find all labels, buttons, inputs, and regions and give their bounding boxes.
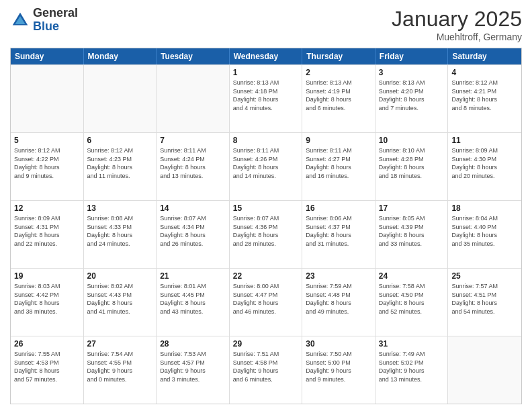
day-cell-15: 15Sunrise: 8:07 AM Sunset: 4:36 PM Dayli… [230, 201, 303, 268]
day-number: 18 [451, 203, 518, 213]
day-cell-17: 17Sunrise: 8:05 AM Sunset: 4:39 PM Dayli… [375, 201, 449, 268]
day-cell-20: 20Sunrise: 8:02 AM Sunset: 4:43 PM Dayli… [84, 269, 157, 336]
day-cell-1: 1Sunrise: 8:13 AM Sunset: 4:18 PM Daylig… [230, 65, 303, 132]
day-cell-5: 5Sunrise: 8:12 AM Sunset: 4:22 PM Daylig… [11, 133, 84, 200]
day-number: 5 [14, 136, 80, 145]
day-cell-9: 9Sunrise: 8:11 AM Sunset: 4:27 PM Daylig… [302, 133, 375, 200]
logo-general-text: General [33, 7, 78, 20]
day-info: Sunrise: 8:09 AM Sunset: 4:31 PM Dayligh… [14, 214, 80, 248]
day-cell-26: 26Sunrise: 7:55 AM Sunset: 4:53 PM Dayli… [11, 336, 84, 404]
day-cell-22: 22Sunrise: 8:00 AM Sunset: 4:47 PM Dayli… [230, 269, 303, 336]
day-info: Sunrise: 8:13 AM Sunset: 4:19 PM Dayligh… [306, 79, 371, 112]
day-cell-28: 28Sunrise: 7:53 AM Sunset: 4:57 PM Dayli… [157, 336, 230, 404]
day-cell-25: 25Sunrise: 7:57 AM Sunset: 4:51 PM Dayli… [448, 269, 521, 336]
day-info: Sunrise: 8:09 AM Sunset: 4:30 PM Dayligh… [451, 146, 518, 180]
day-info: Sunrise: 8:02 AM Sunset: 4:43 PM Dayligh… [87, 282, 153, 316]
day-number: 2 [306, 68, 371, 77]
day-number: 3 [379, 68, 445, 77]
day-cell-10: 10Sunrise: 8:10 AM Sunset: 4:28 PM Dayli… [375, 133, 449, 200]
day-cell-18: 18Sunrise: 8:04 AM Sunset: 4:40 PM Dayli… [448, 201, 521, 268]
day-info: Sunrise: 8:00 AM Sunset: 4:47 PM Dayligh… [233, 282, 299, 316]
location: Muehltroff, Germany [392, 32, 522, 42]
day-info: Sunrise: 8:11 AM Sunset: 4:26 PM Dayligh… [233, 146, 299, 180]
day-number: 15 [233, 203, 299, 213]
calendar: SundayMondayTuesdayWednesdayThursdayFrid… [10, 48, 522, 404]
calendar-week-4: 19Sunrise: 8:03 AM Sunset: 4:42 PM Dayli… [11, 268, 521, 336]
day-number: 8 [233, 136, 299, 145]
day-cell-19: 19Sunrise: 8:03 AM Sunset: 4:42 PM Dayli… [11, 269, 84, 336]
day-number: 4 [451, 68, 518, 77]
day-number: 17 [379, 203, 445, 213]
day-cell-23: 23Sunrise: 7:59 AM Sunset: 4:48 PM Dayli… [302, 269, 375, 336]
calendar-week-5: 26Sunrise: 7:55 AM Sunset: 4:53 PM Dayli… [11, 336, 521, 404]
day-info: Sunrise: 7:53 AM Sunset: 4:57 PM Dayligh… [160, 350, 226, 383]
day-of-week-tuesday: Tuesday [157, 48, 230, 64]
day-number: 1 [233, 68, 299, 77]
day-number: 23 [306, 271, 371, 281]
calendar-week-2: 5Sunrise: 8:12 AM Sunset: 4:22 PM Daylig… [11, 132, 521, 200]
title-block: January 2025 Muehltroff, Germany [392, 7, 522, 42]
day-number: 10 [379, 136, 445, 145]
day-info: Sunrise: 7:51 AM Sunset: 4:58 PM Dayligh… [233, 350, 299, 383]
day-info: Sunrise: 7:54 AM Sunset: 4:55 PM Dayligh… [87, 350, 153, 383]
day-number: 11 [451, 136, 518, 145]
header: General Blue January 2025 Muehltroff, Ge… [10, 7, 522, 42]
day-number: 7 [160, 136, 226, 145]
empty-cell [84, 65, 157, 132]
day-info: Sunrise: 8:12 AM Sunset: 4:22 PM Dayligh… [14, 146, 80, 180]
day-cell-16: 16Sunrise: 8:06 AM Sunset: 4:37 PM Dayli… [302, 201, 375, 268]
day-info: Sunrise: 7:55 AM Sunset: 4:53 PM Dayligh… [14, 350, 80, 383]
day-info: Sunrise: 8:10 AM Sunset: 4:28 PM Dayligh… [379, 146, 445, 180]
day-info: Sunrise: 8:12 AM Sunset: 4:21 PM Dayligh… [451, 79, 518, 112]
day-number: 13 [87, 203, 153, 213]
day-number: 14 [160, 203, 226, 213]
day-info: Sunrise: 8:13 AM Sunset: 4:18 PM Dayligh… [233, 79, 299, 112]
day-of-week-monday: Monday [84, 48, 157, 64]
day-cell-31: 31Sunrise: 7:49 AM Sunset: 5:02 PM Dayli… [375, 336, 449, 404]
day-info: Sunrise: 7:58 AM Sunset: 4:50 PM Dayligh… [379, 282, 445, 316]
day-number: 21 [160, 271, 226, 281]
day-info: Sunrise: 8:11 AM Sunset: 4:24 PM Dayligh… [160, 146, 226, 180]
day-number: 29 [233, 339, 299, 349]
day-info: Sunrise: 7:50 AM Sunset: 5:00 PM Dayligh… [306, 350, 371, 383]
day-number: 16 [306, 203, 371, 213]
day-cell-4: 4Sunrise: 8:12 AM Sunset: 4:21 PM Daylig… [448, 65, 521, 132]
day-info: Sunrise: 8:04 AM Sunset: 4:40 PM Dayligh… [451, 214, 518, 248]
day-number: 12 [14, 203, 80, 213]
day-number: 6 [87, 136, 153, 145]
day-number: 19 [14, 271, 80, 281]
day-cell-24: 24Sunrise: 7:58 AM Sunset: 4:50 PM Dayli… [375, 269, 449, 336]
day-number: 27 [87, 339, 153, 349]
day-cell-13: 13Sunrise: 8:08 AM Sunset: 4:33 PM Dayli… [84, 201, 157, 268]
day-info: Sunrise: 8:11 AM Sunset: 4:27 PM Dayligh… [306, 146, 371, 180]
calendar-body: 1Sunrise: 8:13 AM Sunset: 4:18 PM Daylig… [11, 64, 521, 404]
day-info: Sunrise: 8:06 AM Sunset: 4:37 PM Dayligh… [306, 214, 371, 248]
day-of-week-friday: Friday [375, 48, 449, 64]
month-title: January 2025 [392, 7, 522, 32]
day-cell-30: 30Sunrise: 7:50 AM Sunset: 5:00 PM Dayli… [302, 336, 375, 404]
day-number: 30 [306, 339, 371, 349]
day-cell-21: 21Sunrise: 8:01 AM Sunset: 4:45 PM Dayli… [157, 269, 230, 336]
day-info: Sunrise: 8:12 AM Sunset: 4:23 PM Dayligh… [87, 146, 153, 180]
day-cell-8: 8Sunrise: 8:11 AM Sunset: 4:26 PM Daylig… [230, 133, 303, 200]
day-of-week-thursday: Thursday [302, 48, 375, 64]
page: General Blue January 2025 Muehltroff, Ge… [0, 0, 532, 411]
day-number: 20 [87, 271, 153, 281]
day-info: Sunrise: 8:03 AM Sunset: 4:42 PM Dayligh… [14, 282, 80, 316]
day-info: Sunrise: 8:05 AM Sunset: 4:39 PM Dayligh… [379, 214, 445, 248]
day-number: 26 [14, 339, 80, 349]
day-info: Sunrise: 7:49 AM Sunset: 5:02 PM Dayligh… [379, 350, 445, 383]
logo: General Blue [10, 7, 78, 34]
day-number: 28 [160, 339, 226, 349]
day-of-week-sunday: Sunday [11, 48, 84, 64]
day-info: Sunrise: 7:59 AM Sunset: 4:48 PM Dayligh… [306, 282, 371, 316]
calendar-header: SundayMondayTuesdayWednesdayThursdayFrid… [11, 48, 521, 64]
day-info: Sunrise: 8:07 AM Sunset: 4:36 PM Dayligh… [233, 214, 299, 248]
day-number: 24 [379, 271, 445, 281]
day-number: 31 [379, 339, 445, 349]
logo-blue-text: Blue [33, 20, 78, 34]
day-of-week-wednesday: Wednesday [230, 48, 303, 64]
day-cell-6: 6Sunrise: 8:12 AM Sunset: 4:23 PM Daylig… [84, 133, 157, 200]
logo-icon [10, 10, 30, 30]
day-cell-14: 14Sunrise: 8:07 AM Sunset: 4:34 PM Dayli… [157, 201, 230, 268]
